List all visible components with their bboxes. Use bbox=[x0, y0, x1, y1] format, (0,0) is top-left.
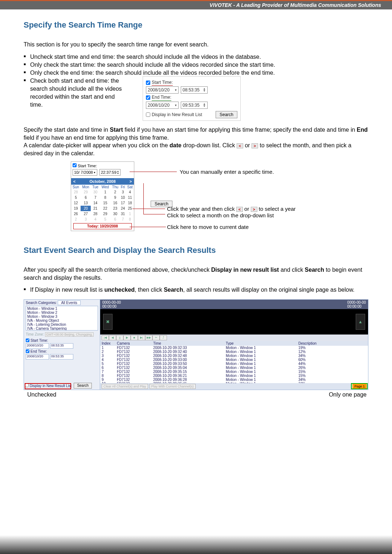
annot-manual-time: You can manually enter a specific time. bbox=[180, 169, 274, 175]
table-row[interactable]: 7FD71322008-10-20 09:35:15Motion - Windo… bbox=[100, 370, 368, 374]
end-check-row: End Time: bbox=[26, 349, 98, 353]
search-button[interactable]: Search bbox=[216, 111, 237, 118]
para3: A calendar date-picker will appear when … bbox=[24, 141, 370, 157]
chevron-down-icon[interactable]: ▾ bbox=[175, 88, 177, 92]
stop-button[interactable]: ■ bbox=[131, 335, 138, 340]
cal-start-row: Start Time: bbox=[73, 163, 132, 168]
bullet-item: Only check the end time: the search shou… bbox=[24, 69, 370, 77]
table-row[interactable]: 8FD71322008-10-20 09:36:21Motion - Windo… bbox=[100, 374, 368, 378]
header-bar: VIVOTEK - A Leading Provider of Multimed… bbox=[0, 0, 392, 9]
cal-start-checkbox[interactable] bbox=[73, 163, 77, 167]
annotation-line bbox=[130, 172, 177, 172]
r-end-date[interactable]: 2008/10/20 bbox=[26, 354, 49, 360]
video-placeholder[interactable]: ✖ bbox=[103, 314, 113, 330]
table-row[interactable]: 5FD71322008-10-20 09:33:50Motion - Windo… bbox=[100, 362, 368, 366]
end-label: End Time: bbox=[152, 94, 171, 101]
prev-arrow-icon[interactable]: < bbox=[236, 207, 243, 212]
r-search-button[interactable]: Search bbox=[74, 383, 92, 389]
last-button[interactable]: ▶▶ bbox=[145, 335, 152, 340]
section1-intro: This section is for you to specify the s… bbox=[24, 41, 370, 49]
table-row[interactable]: 2FD71322008-10-20 09:32:40Motion - Windo… bbox=[100, 350, 368, 354]
next-month-button[interactable]: > bbox=[127, 178, 134, 185]
annotation-line bbox=[130, 227, 166, 227]
cut-button[interactable]: ✂ bbox=[152, 335, 160, 340]
start-label: Start Time: bbox=[152, 79, 173, 86]
annot-select-year: Click the year and then click < or > to … bbox=[167, 206, 296, 212]
video-area: ✖ ▲ bbox=[100, 309, 368, 335]
results-bottom-bar: Clear All Channel(s) and Play Play With … bbox=[100, 383, 368, 390]
prev-month-button[interactable]: < bbox=[71, 178, 78, 185]
next-button[interactable]: ▶| bbox=[138, 335, 145, 340]
time-section: Start Time: 2008/10/20 08:53:35 End Time… bbox=[24, 337, 100, 360]
chevron-down-icon[interactable]: ▾ bbox=[175, 103, 177, 107]
annotation-line bbox=[132, 209, 165, 209]
r-end-time[interactable]: 09:53:35 bbox=[50, 354, 73, 360]
table-row[interactable]: 4FD71322008-10-20 09:33:00Motion - Windo… bbox=[100, 358, 368, 362]
table-header: Index Camera Time Type Description bbox=[100, 341, 368, 346]
start-inputs: 2008/10/20▾ 08:53:35▲▼ bbox=[146, 86, 237, 94]
play-button[interactable]: ▶ bbox=[123, 335, 131, 340]
start-check-row: Start Time: bbox=[26, 338, 98, 342]
month-title[interactable]: October, 2008 bbox=[78, 178, 127, 185]
prev-arrow-icon[interactable]: < bbox=[237, 143, 243, 148]
page-highlight bbox=[351, 383, 368, 389]
next-arrow-icon[interactable]: > bbox=[252, 143, 258, 148]
spinner-icon[interactable]: ▲▼ bbox=[203, 103, 206, 107]
end-time-input[interactable]: 09:53:35▲▼ bbox=[181, 102, 208, 109]
start-date-input[interactable]: 2008/10/20▾ bbox=[146, 86, 179, 94]
search-cat-row: Search Categories: All Events bbox=[24, 300, 100, 306]
clear-channels-button[interactable]: Clear All Channel(s) and Play bbox=[102, 384, 148, 389]
bullet-text: Check both start and end time: the searc… bbox=[30, 77, 126, 109]
end-row: End Time: bbox=[146, 94, 237, 101]
calendar-grid: Sun Mon Tue Wed Thu Fri Sat 2829301234 5… bbox=[71, 185, 134, 222]
r-start-inputs: 2008/10/20 08:53:35 bbox=[26, 343, 98, 349]
start-time-input[interactable]: 08:53:35▲▼ bbox=[181, 86, 208, 94]
table-row[interactable]: 9FD71322008-10-20 09:36:28Motion - Windo… bbox=[100, 378, 368, 382]
annotation-line bbox=[143, 183, 144, 214]
table-row[interactable]: 1FD71322008-10-20 09:32:33Motion - Windo… bbox=[100, 346, 368, 350]
up-button[interactable]: ⤴ bbox=[160, 335, 167, 340]
footer-gradient: User's Manual - 87 bbox=[0, 535, 392, 554]
r-start-date[interactable]: 2008/10/20 bbox=[26, 343, 49, 349]
video-placeholder[interactable]: ▲ bbox=[356, 314, 365, 330]
table-row[interactable]: 3FD71322008-10-20 09:32:48Motion - Windo… bbox=[100, 354, 368, 358]
r-start-checkbox[interactable] bbox=[26, 338, 29, 342]
chevron-down-icon[interactable]: ▼ bbox=[93, 171, 96, 174]
cal-date-input[interactable]: 10/ 7/2008▼ bbox=[73, 169, 97, 176]
caption-left: Unchecked bbox=[27, 391, 56, 398]
tz-input[interactable]: GMT+08:00 Beijing, Chongqing, bbox=[45, 332, 94, 337]
pause-button[interactable]: || bbox=[116, 335, 123, 340]
end-checkbox[interactable] bbox=[146, 95, 150, 100]
caption-right: Only one page bbox=[329, 391, 367, 398]
start-row: Start Time: bbox=[146, 79, 237, 86]
time-header: 0000-00-00 00:00:00 0000-00-00 00:00:00 bbox=[100, 300, 368, 309]
spinner-icon[interactable]: ▲▼ bbox=[117, 170, 119, 175]
prev-button[interactable]: ◀ bbox=[109, 335, 116, 340]
end-date-input[interactable]: 2008/10/20▾ bbox=[146, 102, 179, 109]
table-row[interactable]: 6FD71322008-10-20 09:35:04Motion - Windo… bbox=[100, 366, 368, 370]
play-channels-button[interactable]: Play With Current Channel(s) bbox=[150, 384, 196, 389]
cal-top: Start Time: 10/ 7/2008▼ 22:37:59▲▼ bbox=[71, 162, 134, 177]
tz-row: Time Zone: GMT+08:00 Beijing, Chongqing, bbox=[26, 332, 98, 336]
results-table: Index Camera Time Type Description 1FD71… bbox=[100, 341, 368, 390]
unchecked-highlight bbox=[25, 383, 71, 389]
start-checkbox[interactable] bbox=[146, 81, 150, 85]
r-start-time[interactable]: 08:53:35 bbox=[50, 343, 73, 349]
selected-day[interactable]: 20 bbox=[81, 206, 91, 211]
cal-time-input[interactable]: 22:37:59▲▼ bbox=[99, 169, 121, 176]
today-link[interactable]: Today: 10/20/2008 bbox=[73, 223, 132, 229]
categories-listbox[interactable]: Motion - Window 1 Motion - Window 2 Moti… bbox=[26, 306, 98, 331]
r-end-checkbox[interactable] bbox=[26, 349, 29, 353]
first-button[interactable]: |◀ bbox=[102, 335, 109, 340]
calendar-panel: Start Time: 10/ 7/2008▼ 22:37:59▲▼ < Oct… bbox=[71, 161, 134, 231]
spinner-icon[interactable]: ▲▼ bbox=[203, 88, 206, 92]
annot-today: Click here to move to current date bbox=[167, 224, 249, 230]
section2-para1: After you specify all the search criteri… bbox=[24, 266, 370, 282]
next-arrow-icon[interactable]: > bbox=[251, 207, 257, 212]
search-cat-select[interactable]: All Events bbox=[58, 300, 80, 305]
annotation-line bbox=[143, 214, 165, 214]
display-checkbox[interactable] bbox=[146, 112, 150, 117]
playback-controls: |◀ ◀ || ▶ ■ ▶| ▶▶ ✂ ⤴ bbox=[100, 335, 368, 341]
panel-bottom-row: Display in New Result List Search bbox=[146, 111, 237, 118]
annot-select-month: Click to select a month on the drop-down… bbox=[167, 212, 274, 218]
